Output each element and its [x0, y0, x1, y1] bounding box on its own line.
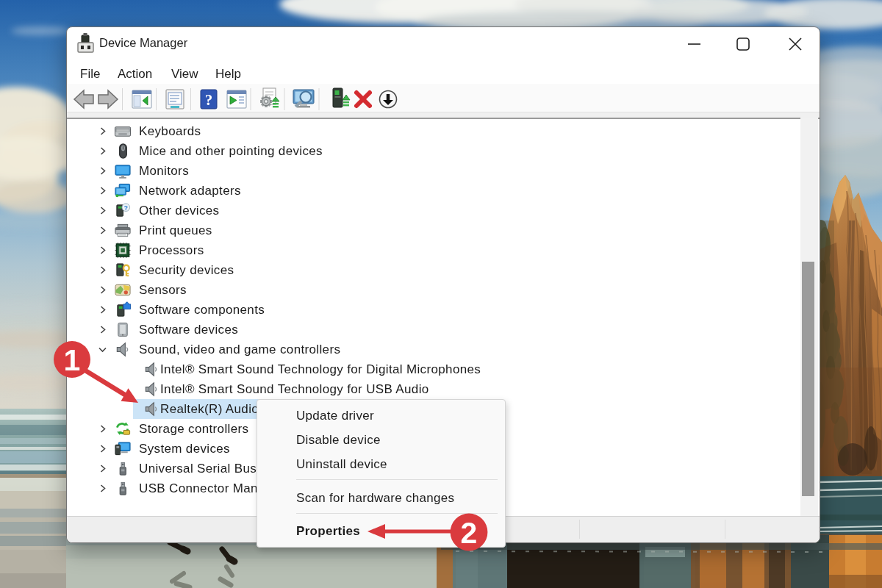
svg-text:2: 2 [461, 516, 478, 550]
svg-text:1: 1 [64, 343, 81, 377]
